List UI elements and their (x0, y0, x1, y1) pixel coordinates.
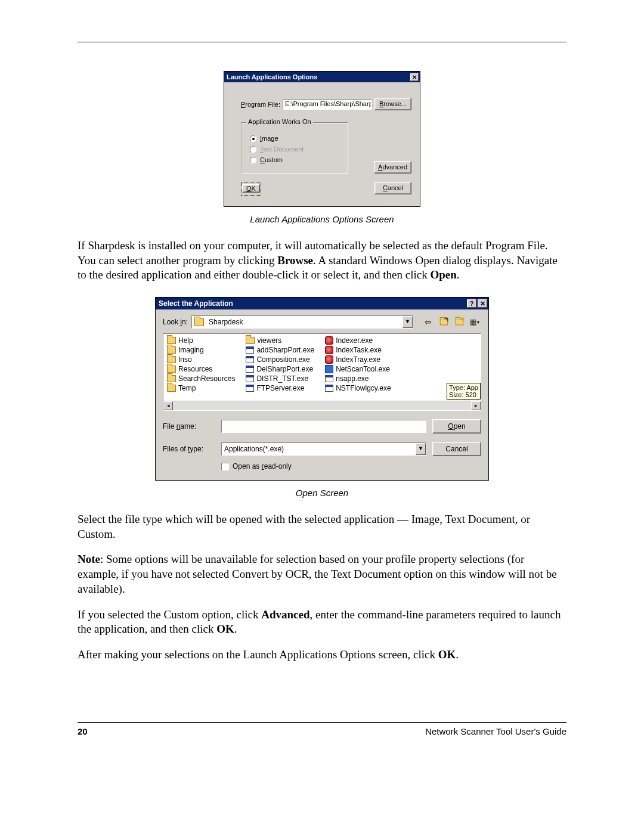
application-icon (325, 365, 333, 373)
ok-button[interactable]: OK (242, 184, 260, 193)
lookin-value: Sharpdesk (209, 318, 243, 326)
open-button[interactable]: Open (432, 419, 481, 433)
list-item[interactable]: Temp (167, 384, 235, 392)
readonly-checkbox[interactable]: Open as read-only (221, 462, 481, 470)
folder-icon (246, 337, 255, 344)
application-works-on-group: Application Works On Image Text Document… (241, 122, 348, 174)
list-item[interactable]: NSTFlowlgcy.exe (325, 384, 391, 392)
paragraph-4: If you selected the Custom option, click… (78, 608, 566, 637)
close-icon[interactable]: ✕ (478, 299, 487, 308)
folder-open-icon (194, 318, 204, 326)
list-item[interactable]: nsapp.exe (325, 374, 391, 383)
views-icon[interactable]: ▦▾ (468, 316, 481, 328)
groupbox-legend: Application Works On (246, 118, 313, 125)
list-item[interactable]: viewers (246, 336, 314, 345)
list-item[interactable]: Imaging (167, 346, 235, 354)
radio-image[interactable]: Image (250, 135, 342, 142)
application-icon (325, 346, 333, 354)
list-item[interactable]: Help (167, 336, 235, 345)
up-one-level-icon[interactable]: ↰ (437, 316, 450, 328)
chevron-down-icon[interactable]: ▼ (416, 443, 426, 455)
browse-button[interactable]: Browse... (374, 98, 411, 110)
top-rule (78, 42, 566, 42)
application-icon (246, 375, 254, 382)
application-icon (246, 366, 254, 373)
folder-icon (167, 385, 176, 392)
select-application-dialog: Select the Application ? ✕ Look in: Shar… (155, 297, 489, 481)
radio-custom[interactable]: Custom (250, 156, 342, 163)
caption-open: Open Screen (78, 488, 566, 498)
program-file-label: Program File: (241, 101, 280, 108)
guide-title: Network Scanner Tool User's Guide (425, 726, 566, 736)
folder-icon (167, 346, 176, 354)
footer-rule (78, 722, 566, 723)
filename-label: File name: (163, 422, 215, 431)
checkbox-icon (221, 463, 229, 470)
cancel-button[interactable]: Cancel (374, 182, 411, 194)
paragraph-1: If Sharpdesk is installed on your comput… (78, 239, 566, 283)
program-file-input[interactable]: E:\Program Files\Sharp\Sharpdes (283, 99, 372, 110)
list-item[interactable]: addSharpPort.exe (246, 346, 314, 354)
list-item[interactable]: IndexTask.exe (325, 346, 391, 354)
paragraph-2: Select the file type which will be opene… (78, 512, 566, 541)
dialog-title: Launch Applications Options (227, 73, 317, 80)
list-item[interactable]: DelSharpPort.exe (246, 365, 314, 373)
list-item[interactable]: Resources (167, 365, 235, 373)
paragraph-5: After making your selections on the Laun… (78, 648, 566, 662)
radio-text-document: Text Document (250, 145, 342, 153)
scroll-right-icon[interactable]: ▸ (471, 401, 481, 410)
application-icon (246, 356, 254, 363)
radio-icon (250, 146, 256, 153)
application-icon (325, 355, 333, 364)
filetype-label: Files of type: (163, 445, 215, 453)
lookin-label: Look in: (163, 318, 188, 326)
list-item[interactable]: FTPServer.exe (246, 384, 314, 392)
folder-icon (167, 366, 176, 373)
new-folder-icon[interactable]: ✦ (453, 316, 466, 328)
launch-app-options-dialog: Launch Applications Options ✕ Program Fi… (224, 71, 420, 207)
horizontal-scrollbar[interactable]: ◂ ▸ (163, 401, 481, 410)
filetype-combo[interactable]: Applications(*.exe) ▼ (221, 442, 426, 456)
list-item[interactable]: Inso (167, 355, 235, 364)
back-icon[interactable]: ⇦ (422, 316, 435, 328)
application-icon (246, 346, 254, 354)
folder-icon (167, 337, 176, 344)
file-list[interactable]: HelpImagingInsoResourcesSearchResourcesT… (163, 333, 481, 411)
folder-icon (167, 356, 176, 363)
list-item[interactable]: IndexTray.exe (325, 355, 391, 364)
titlebar: Launch Applications Options ✕ (224, 72, 420, 82)
list-item[interactable]: Indexer.exe (325, 336, 391, 345)
application-icon (325, 336, 333, 345)
advanced-button[interactable]: Advanced (374, 161, 411, 174)
caption-launch: Launch Applications Options Screen (78, 214, 566, 224)
page-number: 20 (78, 726, 88, 736)
cancel-button[interactable]: Cancel (432, 442, 481, 456)
scroll-left-icon[interactable]: ◂ (163, 401, 173, 410)
list-item[interactable]: Composition.exe (246, 355, 314, 364)
filename-input[interactable] (221, 420, 426, 433)
dialog-title: Select the Application (159, 299, 233, 308)
list-item[interactable]: NetScanTool.exe (325, 365, 391, 373)
radio-icon (250, 157, 256, 163)
close-icon[interactable]: ✕ (410, 73, 419, 81)
list-item[interactable]: DISTR_TST.exe (246, 374, 314, 383)
application-icon (246, 385, 254, 392)
page-footer: 20 Network Scanner Tool User's Guide (78, 726, 566, 736)
paragraph-3: Note: Some options will be unavailable f… (78, 552, 566, 596)
radio-icon (250, 135, 256, 142)
application-icon (325, 375, 333, 382)
chevron-down-icon[interactable]: ▼ (402, 316, 413, 328)
application-icon (325, 385, 333, 392)
folder-icon (167, 375, 176, 382)
list-item[interactable]: SearchResources (167, 374, 235, 383)
lookin-combo[interactable]: Sharpdesk ▼ (191, 315, 413, 329)
file-tooltip: Type: App Size: 520 (447, 383, 481, 400)
help-icon[interactable]: ? (467, 299, 476, 308)
